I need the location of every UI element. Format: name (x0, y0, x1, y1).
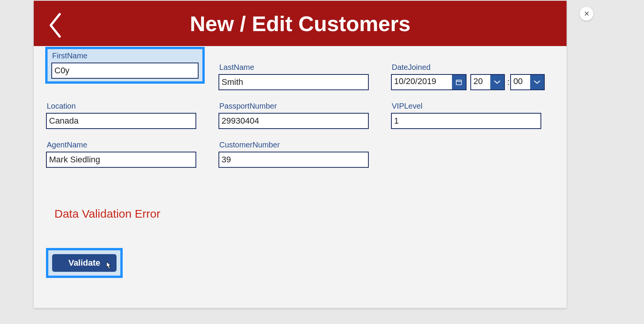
input-viplevel[interactable] (391, 113, 541, 129)
label-agentname: AgentName (46, 141, 196, 149)
datepicker-datejoined[interactable]: 10/20/2019 (391, 74, 467, 90)
field-firstname: FirstName (51, 51, 199, 79)
label-location: Location (46, 102, 196, 111)
svg-rect-0 (456, 80, 462, 85)
close-icon: ✕ (584, 10, 590, 18)
field-passportnumber: PassportNumber (219, 102, 369, 129)
highlight-validate: Validate (46, 248, 123, 278)
input-customernumber[interactable] (219, 152, 369, 168)
back-button[interactable] (44, 10, 66, 41)
field-datejoined: DateJoined 10/20/2019 (391, 63, 541, 90)
chevron-down-icon[interactable] (490, 75, 504, 89)
field-agentname: AgentName (46, 141, 196, 168)
page-title: New / Edit Customers (190, 11, 411, 36)
field-location: Location (46, 102, 196, 129)
input-lastname[interactable] (219, 74, 369, 90)
chevron-left-icon (48, 12, 62, 39)
input-firstname[interactable] (51, 63, 199, 79)
datejoined-value: 10/20/2019 (392, 75, 452, 89)
label-lastname: LastName (219, 63, 369, 72)
chevron-down-icon[interactable] (530, 75, 544, 89)
spacer (391, 141, 541, 168)
label-datejoined: DateJoined (391, 63, 541, 72)
close-button[interactable]: ✕ (580, 7, 593, 21)
calendar-icon[interactable] (452, 75, 466, 89)
validation-error-message: Data Validation Error (54, 207, 160, 220)
label-viplevel: VIPLevel (391, 102, 541, 111)
customer-form-panel: New / Edit Customers FirstName LastName … (34, 1, 567, 308)
field-lastname: LastName (219, 63, 369, 90)
label-passportnumber: PassportNumber (219, 102, 369, 111)
label-firstname: FirstName (51, 51, 199, 60)
label-customernumber: CustomerNumber (219, 141, 369, 149)
input-passportnumber[interactable] (219, 113, 369, 129)
select-minute[interactable]: 00 (510, 74, 545, 90)
time-separator: : (507, 77, 509, 87)
select-hour[interactable]: 20 (470, 74, 505, 90)
input-agentname[interactable] (46, 152, 196, 168)
field-customernumber: CustomerNumber (219, 141, 369, 168)
form-area: FirstName LastName DateJoined 10/20/2019 (34, 46, 567, 168)
validate-button[interactable]: Validate (52, 254, 117, 272)
header-bar: New / Edit Customers (34, 1, 567, 46)
field-viplevel: VIPLevel (391, 102, 541, 129)
input-location[interactable] (46, 113, 196, 129)
minute-value: 00 (511, 75, 530, 89)
hour-value: 20 (471, 75, 490, 89)
